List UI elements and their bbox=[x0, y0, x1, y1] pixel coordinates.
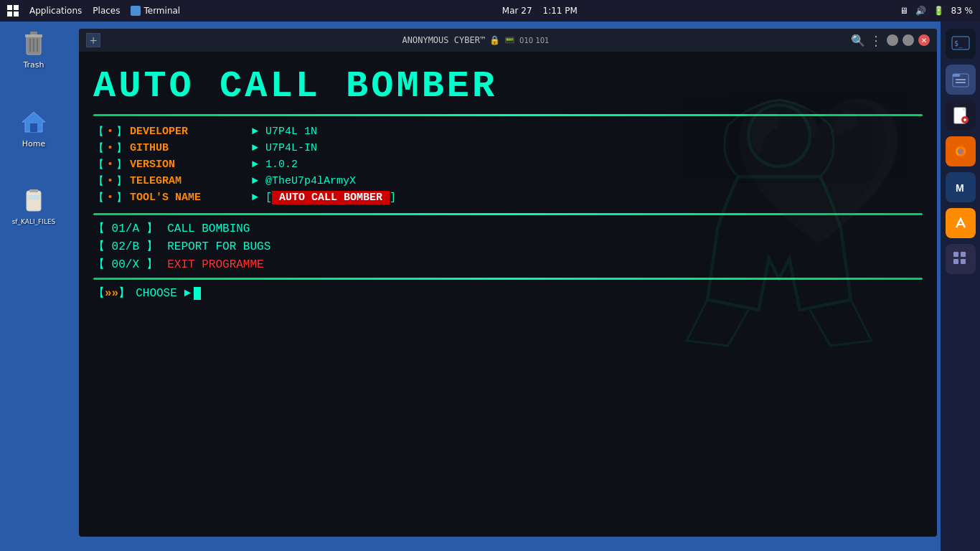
svg-rect-1 bbox=[25, 34, 42, 37]
taskbar-terminal[interactable]: Terminal bbox=[131, 6, 180, 16]
menu-button[interactable]: ⋮ bbox=[870, 33, 882, 48]
menu-num-1-close: 】 bbox=[146, 222, 158, 235]
bracket-val-close: ] bbox=[390, 192, 396, 204]
menu-exit-label: EXIT PROGRAMME bbox=[167, 258, 263, 271]
dock-burpsuite-icon bbox=[951, 213, 971, 233]
terminal-controls: 🔍 ⋮ ✕ bbox=[851, 33, 930, 48]
dock-item-terminal[interactable]: $_ bbox=[946, 29, 976, 59]
taskbar-center: Mar 27 1:11 PM bbox=[502, 6, 578, 16]
search-button[interactable]: 🔍 bbox=[851, 34, 865, 47]
display-icon: 🖥 bbox=[900, 6, 908, 16]
menu-num-3: 【 bbox=[93, 258, 112, 271]
home-label: Home bbox=[22, 139, 45, 149]
taskbar-right: 🖥 🔊 🔋 83 % bbox=[900, 6, 974, 16]
dock-maltego-icon: M bbox=[951, 177, 971, 197]
bullet-4: • bbox=[107, 175, 113, 187]
dock-item-firefox[interactable] bbox=[946, 136, 976, 166]
prompt-text: CHOOSE ► bbox=[136, 287, 191, 300]
terminal-icon2: 📟 bbox=[504, 35, 515, 45]
info-val-developer: U7P4L 1N bbox=[265, 126, 317, 138]
apps-grid-icon bbox=[7, 5, 19, 17]
taskbar-places[interactable]: Places bbox=[93, 6, 120, 16]
prompt-bracket-close: 】 bbox=[118, 286, 130, 301]
svg-rect-31 bbox=[953, 259, 958, 264]
desktop-icon-home[interactable]: Home bbox=[9, 108, 59, 149]
menu-label-00x: 00/X bbox=[112, 258, 139, 271]
svg-rect-30 bbox=[961, 252, 966, 257]
svg-point-11 bbox=[748, 105, 810, 166]
dock-item-burpsuite[interactable] bbox=[946, 208, 976, 238]
bracket-open-2: 【 bbox=[93, 141, 104, 155]
new-tab-button[interactable]: + bbox=[86, 33, 100, 47]
svg-text:M: M bbox=[956, 182, 964, 194]
minimize-button[interactable] bbox=[887, 34, 898, 46]
dock-document-icon bbox=[951, 105, 971, 126]
info-key-toolname: TOOL'S NAME bbox=[130, 192, 245, 204]
bracket-open-4: 【 bbox=[93, 174, 104, 188]
svg-rect-15 bbox=[953, 74, 960, 77]
menu-label-02b: 02/B bbox=[112, 240, 139, 253]
bracket-close-3: 】 bbox=[116, 158, 127, 171]
dock-files-icon bbox=[951, 70, 971, 90]
info-key-developer: DEVELOPER bbox=[130, 126, 245, 138]
dock-item-document[interactable] bbox=[946, 100, 976, 131]
menu-num-3-close: 】 bbox=[146, 258, 158, 271]
bullet-5: • bbox=[107, 192, 113, 204]
bracket-open-5: 【 bbox=[93, 191, 104, 204]
menu-report-label: REPORT FOR BUGS bbox=[167, 240, 270, 253]
terminal-titlebar: + ANONYMOUS CYBER™ 🔒 📟 010 101 🔍 ⋮ ✕ bbox=[79, 29, 937, 52]
desktop-icon-sf-kali-files[interactable]: sf_KALI_FILES bbox=[9, 187, 59, 225]
trash-label: Trash bbox=[23, 60, 44, 70]
svg-rect-8 bbox=[27, 191, 41, 211]
svg-rect-32 bbox=[961, 259, 966, 264]
svg-rect-9 bbox=[29, 189, 38, 192]
arrow-2: ► bbox=[252, 142, 258, 154]
menu-label-01a: 01/A bbox=[112, 222, 139, 235]
info-key-version: VERSION bbox=[130, 159, 245, 171]
bracket-open-1: 【 bbox=[93, 125, 104, 138]
menu-num-1: 【 bbox=[93, 222, 112, 235]
arrow-4: ► bbox=[252, 175, 258, 187]
info-val-telegram: @TheU7p4lArmyX bbox=[265, 175, 356, 187]
dock-firefox-icon bbox=[951, 141, 971, 161]
dock-item-files[interactable] bbox=[946, 65, 976, 95]
lock-icon: 🔒 bbox=[489, 35, 500, 45]
battery-label: 83 % bbox=[951, 6, 974, 16]
bracket-close-4: 】 bbox=[116, 174, 127, 188]
maximize-button[interactable] bbox=[903, 34, 914, 46]
usb-icon bbox=[19, 187, 48, 215]
svg-rect-2 bbox=[30, 32, 37, 34]
bracket-close-2: 】 bbox=[116, 141, 127, 155]
bracket-val-open: [ bbox=[265, 192, 272, 204]
svg-rect-29 bbox=[953, 252, 958, 257]
arrow-1: ► bbox=[252, 126, 258, 138]
right-dock: $_ M bbox=[941, 22, 980, 551]
battery-icon: 🔋 bbox=[933, 6, 944, 16]
bullet-1: • bbox=[107, 126, 113, 138]
terminal-title: ANONYMOUS CYBER™ bbox=[402, 35, 486, 45]
dock-grid-icon bbox=[951, 249, 971, 269]
svg-rect-7 bbox=[30, 123, 37, 132]
prompt-bracket-open: 【 bbox=[93, 286, 105, 301]
arrow-5: ► bbox=[252, 192, 258, 204]
dock-item-maltego[interactable]: M bbox=[946, 172, 976, 202]
close-button[interactable]: ✕ bbox=[918, 34, 930, 46]
info-val-github: U7P4L-IN bbox=[265, 142, 317, 154]
home-icon bbox=[19, 108, 48, 136]
info-key-telegram: TELEGRAM bbox=[130, 175, 245, 187]
taskbar-left: Applications Places Terminal bbox=[7, 5, 180, 17]
menu-num-2: 【 bbox=[93, 240, 112, 253]
arrow-3: ► bbox=[252, 159, 258, 171]
menu-num-2-close: 】 bbox=[146, 240, 158, 253]
svg-rect-10 bbox=[28, 195, 39, 199]
dock-item-apps-grid[interactable] bbox=[946, 244, 976, 274]
prompt-cursor bbox=[194, 287, 201, 300]
taskbar-applications[interactable]: Applications bbox=[29, 6, 82, 16]
svg-text:$_: $_ bbox=[954, 39, 963, 48]
hacker-svg-watermark bbox=[664, 95, 894, 382]
terminal-icon bbox=[131, 6, 141, 16]
titlebar-left: + bbox=[86, 33, 100, 47]
bracket-close-5: 】 bbox=[116, 191, 127, 204]
desktop-icon-trash[interactable]: Trash bbox=[9, 29, 59, 70]
bracket-close-1: 】 bbox=[116, 125, 127, 138]
